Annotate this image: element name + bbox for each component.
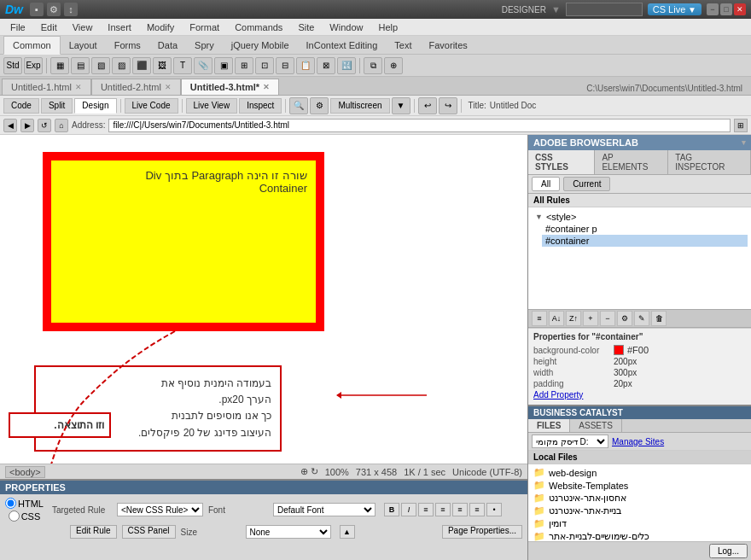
inspect-button[interactable]: Inspect bbox=[239, 98, 282, 114]
list-button[interactable]: • bbox=[486, 503, 502, 516]
align-left-button[interactable]: ≡ bbox=[418, 503, 434, 516]
browserlab-collapse[interactable]: ▾ bbox=[742, 138, 746, 147]
panel-icon-2[interactable]: A↓ bbox=[549, 311, 564, 326]
tab-forms[interactable]: Forms bbox=[106, 36, 149, 55]
menu-insert[interactable]: Insert bbox=[101, 20, 138, 34]
design-button[interactable]: Design bbox=[74, 98, 116, 114]
panel-icon-minus[interactable]: − bbox=[600, 311, 615, 326]
tb-icon-12[interactable]: ⊟ bbox=[276, 57, 294, 74]
italic-button[interactable]: I bbox=[401, 503, 416, 516]
panel-icon-3[interactable]: Z↑ bbox=[566, 311, 581, 326]
back-button[interactable]: ◀ bbox=[3, 119, 17, 132]
close-tab-2[interactable]: ✕ bbox=[165, 83, 172, 91]
tree-container[interactable]: #container bbox=[542, 235, 748, 247]
file-item-4[interactable]: 📁 בניית-אתר-אינטרנט bbox=[528, 505, 751, 517]
code-button[interactable]: Code bbox=[3, 98, 39, 114]
menu-edit[interactable]: Edit bbox=[34, 20, 64, 34]
file-item-1[interactable]: 📁 web-design bbox=[528, 466, 751, 479]
tab-data[interactable]: Data bbox=[149, 36, 186, 55]
menu-format[interactable]: Format bbox=[183, 20, 226, 34]
tb-icon-7[interactable]: T bbox=[173, 57, 192, 74]
maximize-button[interactable]: □ bbox=[720, 3, 732, 15]
view-icon-4[interactable]: ↪ bbox=[439, 97, 457, 114]
view-icon-3[interactable]: ↩ bbox=[418, 97, 437, 114]
targeted-rule-select[interactable]: <New CSS Rule> bbox=[117, 503, 203, 516]
view-icon-1[interactable]: 🔍 bbox=[289, 97, 308, 114]
title-icon-2[interactable]: ⚙ bbox=[47, 3, 61, 16]
close-tab-1[interactable]: ✕ bbox=[75, 83, 82, 91]
tb-icon-4[interactable]: ▨ bbox=[112, 57, 131, 74]
tag-inspector-tab[interactable]: TAG INSPECTOR bbox=[668, 150, 751, 174]
file-item-2[interactable]: 📁 Website-Templates bbox=[528, 479, 751, 492]
bg-color-swatch[interactable] bbox=[614, 345, 624, 355]
align-justify-button[interactable]: ≡ bbox=[469, 503, 485, 516]
current-subtab[interactable]: Current bbox=[563, 177, 610, 191]
tab-incontext[interactable]: InContext Editing bbox=[298, 36, 387, 55]
css-radio[interactable] bbox=[9, 510, 20, 522]
add-property-link[interactable]: Add Property bbox=[533, 390, 583, 400]
tb-icon-16[interactable]: ⧉ bbox=[364, 57, 382, 74]
assets-tab[interactable]: ASSETS bbox=[570, 419, 621, 432]
home-button[interactable]: ⌂ bbox=[55, 119, 68, 132]
tb-icon-15[interactable]: 🔣 bbox=[337, 57, 356, 74]
tb-icon-14[interactable]: ⊠ bbox=[317, 57, 335, 74]
tb-icon-1[interactable]: ▦ bbox=[50, 57, 69, 74]
title-icon-1[interactable]: ▪ bbox=[30, 3, 44, 16]
font-select[interactable]: Default Font bbox=[273, 503, 376, 516]
panel-icon-1[interactable]: ≡ bbox=[532, 311, 547, 326]
tb-icon-8[interactable]: 📎 bbox=[194, 57, 212, 74]
file-item-3[interactable]: 📁 אחסון-אתר-אינטרנט bbox=[528, 492, 751, 505]
tab-spry[interactable]: Spry bbox=[186, 36, 223, 55]
menu-site[interactable]: Site bbox=[291, 20, 321, 34]
forward-button[interactable]: ▶ bbox=[20, 119, 34, 132]
tb-icon-13[interactable]: 📋 bbox=[296, 57, 315, 74]
css-styles-tab[interactable]: CSS STYLES bbox=[528, 150, 595, 174]
panel-icon-delete[interactable]: 🗑 bbox=[651, 311, 667, 326]
menu-window[interactable]: Window bbox=[323, 20, 370, 34]
title-icon-3[interactable]: ↕ bbox=[64, 3, 78, 16]
tb-standard[interactable]: Std bbox=[3, 57, 22, 74]
tree-style[interactable]: ▼ <style> bbox=[532, 211, 748, 223]
tab-text[interactable]: Text bbox=[386, 36, 420, 55]
tab-common[interactable]: Common bbox=[3, 36, 61, 55]
tb-icon-2[interactable]: ▤ bbox=[71, 57, 90, 74]
size-select[interactable]: None bbox=[246, 525, 331, 539]
manage-sites-link[interactable]: Manage Sites bbox=[612, 437, 664, 446]
address-input[interactable] bbox=[108, 119, 731, 132]
bold-button[interactable]: B bbox=[384, 503, 399, 516]
cs-live-button[interactable]: CS Live ▼ bbox=[648, 3, 702, 15]
panel-icon-gear[interactable]: ⚙ bbox=[617, 311, 632, 326]
panel-icon-edit[interactable]: ✎ bbox=[634, 311, 649, 326]
menu-file[interactable]: File bbox=[3, 20, 32, 34]
tb-icon-9[interactable]: ▣ bbox=[214, 57, 233, 74]
live-code-button[interactable]: Live Code bbox=[125, 98, 178, 114]
size-icon[interactable]: ▲ bbox=[340, 525, 355, 539]
all-subtab[interactable]: All bbox=[532, 177, 560, 191]
tab-layout[interactable]: Layout bbox=[61, 36, 106, 55]
doc-tab-2[interactable]: Untitled-2.html ✕ bbox=[91, 79, 181, 95]
css-radio-label[interactable]: CSS bbox=[9, 510, 41, 522]
view-icon-2[interactable]: ⚙ bbox=[310, 97, 329, 114]
address-icon[interactable]: ⊞ bbox=[734, 119, 748, 132]
page-properties-button[interactable]: Page Properties... bbox=[442, 525, 522, 539]
menu-commands[interactable]: Commands bbox=[228, 20, 289, 34]
menu-modify[interactable]: Modify bbox=[140, 20, 181, 34]
multiscreen-icon[interactable]: ▼ bbox=[392, 97, 410, 114]
refresh-button[interactable]: ↺ bbox=[38, 119, 51, 132]
log-button[interactable]: Log... bbox=[709, 544, 748, 558]
doc-tab-3[interactable]: Untitled-3.html* ✕ bbox=[181, 79, 279, 95]
close-button[interactable]: ✕ bbox=[734, 3, 746, 15]
css-panel-button[interactable]: CSS Panel bbox=[122, 525, 176, 539]
tb-icon-3[interactable]: ▧ bbox=[91, 57, 110, 74]
align-center-button[interactable]: ≡ bbox=[435, 503, 451, 516]
html-radio[interactable] bbox=[5, 498, 16, 509]
menu-help[interactable]: Help bbox=[371, 20, 405, 34]
tb-icon-11[interactable]: ⊡ bbox=[255, 57, 274, 74]
tb-icon-5[interactable]: ⬛ bbox=[132, 57, 151, 74]
close-tab-3[interactable]: ✕ bbox=[263, 83, 270, 91]
file-item-6[interactable]: 📁 כלים-שימושיים-לבניית-אתר bbox=[528, 530, 751, 541]
tab-favorites[interactable]: Favorites bbox=[421, 36, 476, 55]
multiscreen-button[interactable]: Multiscreen bbox=[330, 98, 389, 114]
panel-icon-add[interactable]: + bbox=[583, 311, 598, 326]
doc-tab-1[interactable]: Untitled-1.html ✕ bbox=[2, 79, 91, 95]
